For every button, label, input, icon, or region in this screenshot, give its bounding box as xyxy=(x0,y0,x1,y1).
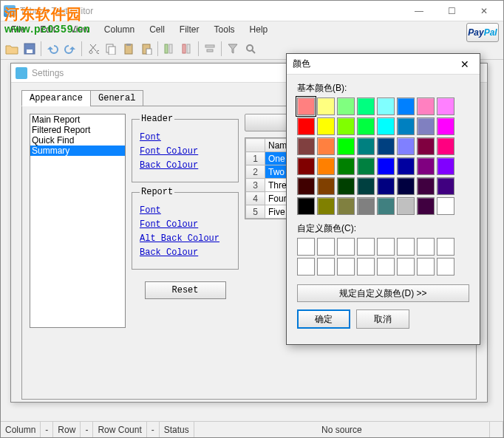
custom-swatch[interactable] xyxy=(297,258,315,276)
custom-swatch[interactable] xyxy=(357,258,375,276)
grid-rownum[interactable]: 4 xyxy=(246,192,265,205)
header-back-colour-link[interactable]: Back Colour xyxy=(140,160,231,171)
color-swatch[interactable] xyxy=(317,117,335,135)
insert-col-icon[interactable] xyxy=(161,41,177,57)
color-swatch[interactable] xyxy=(417,117,435,135)
report-font-link[interactable]: Font xyxy=(140,205,231,216)
color-swatch[interactable] xyxy=(437,137,454,155)
color-swatch[interactable] xyxy=(417,157,435,175)
color-swatch[interactable] xyxy=(397,157,415,175)
menu-cell[interactable]: Cell xyxy=(142,23,172,36)
color-swatch[interactable] xyxy=(417,197,435,215)
grid-rownum[interactable]: 1 xyxy=(246,152,265,165)
open-icon[interactable] xyxy=(4,41,20,57)
color-swatch[interactable] xyxy=(397,137,415,155)
custom-swatch[interactable] xyxy=(377,258,395,276)
color-swatch[interactable] xyxy=(377,177,395,195)
menu-tools[interactable]: Tools xyxy=(207,23,242,36)
color-swatch[interactable] xyxy=(377,197,395,215)
tab-appearance[interactable]: Appearance xyxy=(21,90,91,106)
color-swatch[interactable] xyxy=(317,177,335,195)
color-swatch[interactable] xyxy=(337,157,355,175)
color-swatch[interactable] xyxy=(437,197,454,215)
menu-view[interactable]: View xyxy=(63,23,97,36)
copy-icon[interactable] xyxy=(103,41,119,57)
color-swatch[interactable] xyxy=(437,157,454,175)
header-font-link[interactable]: Font xyxy=(140,132,231,143)
paste-special-icon[interactable] xyxy=(138,41,154,57)
report-font-colour-link[interactable]: Font Colour xyxy=(140,219,231,230)
maximize-button[interactable]: ☐ xyxy=(435,1,468,21)
paste-icon[interactable] xyxy=(120,41,137,57)
color-swatch[interactable] xyxy=(317,137,335,155)
color-swatch[interactable] xyxy=(357,97,375,115)
color-swatch[interactable] xyxy=(337,177,355,195)
ok-button[interactable]: 确定 xyxy=(297,309,350,329)
color-swatch[interactable] xyxy=(437,117,454,135)
menu-filter[interactable]: Filter xyxy=(172,23,207,36)
color-swatch[interactable] xyxy=(377,137,395,155)
tab-general[interactable]: General xyxy=(90,90,143,106)
custom-swatch[interactable] xyxy=(437,258,454,276)
menu-column[interactable]: Column xyxy=(97,23,142,36)
grid-rownum[interactable]: 3 xyxy=(246,179,265,192)
color-swatch[interactable] xyxy=(337,137,355,155)
color-swatch[interactable] xyxy=(357,137,375,155)
color-swatch[interactable] xyxy=(357,177,375,195)
color-swatch[interactable] xyxy=(357,157,375,175)
color-swatch[interactable] xyxy=(357,117,375,135)
paypal-button[interactable]: PayPal xyxy=(466,23,499,42)
custom-swatch[interactable] xyxy=(337,238,355,256)
list-item[interactable]: Main Report xyxy=(30,114,125,125)
color-swatch[interactable] xyxy=(337,97,355,115)
custom-swatch[interactable] xyxy=(397,238,415,256)
custom-swatch[interactable] xyxy=(377,238,395,256)
color-swatch[interactable] xyxy=(337,197,355,215)
menu-edit[interactable]: Edit xyxy=(33,23,63,36)
save-icon[interactable] xyxy=(21,41,38,57)
color-swatch[interactable] xyxy=(397,197,415,215)
custom-swatch[interactable] xyxy=(397,258,415,276)
color-swatch[interactable] xyxy=(397,117,415,135)
delete-col-icon[interactable] xyxy=(179,41,195,57)
cancel-button[interactable]: 取消 xyxy=(356,309,409,329)
color-swatch[interactable] xyxy=(417,177,435,195)
color-swatch[interactable] xyxy=(397,177,415,195)
color-swatch[interactable] xyxy=(357,197,375,215)
cut-icon[interactable] xyxy=(85,41,101,57)
color-swatch[interactable] xyxy=(297,117,315,135)
custom-swatch[interactable] xyxy=(437,238,454,256)
color-swatch[interactable] xyxy=(297,137,315,155)
color-swatch[interactable] xyxy=(437,97,454,115)
color-swatch[interactable] xyxy=(377,157,395,175)
color-swatch[interactable] xyxy=(397,97,415,115)
custom-swatch[interactable] xyxy=(417,238,435,256)
grid-rownum[interactable]: 5 xyxy=(246,205,265,219)
color-swatch[interactable] xyxy=(317,157,335,175)
color-swatch[interactable] xyxy=(377,117,395,135)
custom-swatch[interactable] xyxy=(417,258,435,276)
color-dialog-close-button[interactable]: ✕ xyxy=(456,58,474,70)
color-swatch[interactable] xyxy=(317,97,335,115)
report-alt-back-colour-link[interactable]: Alt Back Colour xyxy=(140,233,231,244)
color-swatch[interactable] xyxy=(297,197,315,215)
color-swatch[interactable] xyxy=(297,177,315,195)
list-item[interactable]: Summary xyxy=(30,146,125,156)
report-listbox[interactable]: Main Report Filtered Report Quick Find S… xyxy=(30,114,126,328)
undo-icon[interactable] xyxy=(44,41,61,57)
color-swatch[interactable] xyxy=(317,197,335,215)
redo-icon[interactable] xyxy=(62,41,78,57)
report-back-colour-link[interactable]: Back Colour xyxy=(140,247,231,258)
color-swatch[interactable] xyxy=(417,137,435,155)
filter-icon[interactable] xyxy=(225,41,241,57)
list-item[interactable]: Quick Find xyxy=(30,135,125,146)
color-swatch[interactable] xyxy=(417,97,435,115)
menu-file[interactable]: File xyxy=(4,23,33,36)
close-button[interactable]: ✕ xyxy=(468,1,500,21)
custom-swatch[interactable] xyxy=(317,238,335,256)
grid-rownum[interactable]: 2 xyxy=(246,165,265,179)
color-swatch[interactable] xyxy=(297,157,315,175)
minimize-button[interactable]: — xyxy=(403,1,435,21)
filter-toggle-icon[interactable] xyxy=(202,41,218,57)
menu-help[interactable]: Help xyxy=(242,23,276,36)
